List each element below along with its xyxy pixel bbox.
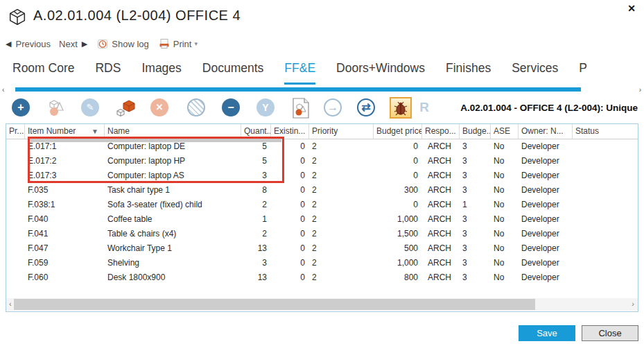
cell-budget-price: 1,500 (374, 227, 422, 241)
cell-quantity: 5 (241, 154, 271, 168)
cell-budget: 3 (460, 256, 491, 270)
tab-finishes[interactable]: Finishes (446, 61, 491, 85)
cell-responsible: ARCH (422, 198, 460, 212)
tab-doors-windows[interactable]: Doors+Windows (336, 61, 425, 85)
next-button[interactable]: Next ▶ (55, 39, 87, 49)
title-bar: A.02.01.004 (L2-004) OFFICE 4 ✕ (0, 0, 644, 32)
cell-existing: 0 (271, 198, 309, 212)
col-quantity[interactable]: Quant... (241, 124, 271, 139)
cell-priority: 2 (309, 154, 374, 168)
col-budget-price[interactable]: Budget price (374, 124, 422, 139)
table-row-f040[interactable]: F.040 Coffee table 1 0 2 1,000 ARCH 3 No… (6, 212, 638, 227)
cell-existing: 0 (271, 183, 309, 198)
tab-p-cutoff[interactable]: P (579, 61, 587, 85)
revit-r-icon[interactable]: R (416, 99, 433, 116)
cell-owner: Developer (519, 198, 573, 212)
cell-name: Sofa 3-seater (fixed) child (105, 198, 241, 212)
cell-ase: No (491, 212, 519, 227)
cell-existing: 0 (271, 241, 309, 256)
table-row-f035[interactable]: F.035 Task chair type 1 8 0 2 300 ARCH 3… (6, 183, 638, 198)
col-item-number[interactable]: Item Number▼ (25, 124, 105, 139)
cell-priority: 2 (309, 227, 374, 241)
table-row-f041[interactable]: F.041 Table & chairs (x4) 2 0 2 1,500 AR… (6, 227, 638, 241)
table-scrollbar-thumb[interactable] (14, 299, 535, 310)
edit-pencil-icon[interactable]: ✎ (81, 98, 99, 116)
tab-scroll-left-icon[interactable]: ‹ (2, 86, 4, 94)
col-ase[interactable]: ASE (491, 124, 519, 139)
cell-ase: No (491, 183, 519, 198)
cell-pr (6, 168, 25, 183)
disabled-hatched-icon[interactable] (187, 98, 205, 116)
forward-arrow-icon[interactable]: → (324, 98, 342, 116)
cell-name: Computer: laptop HP (105, 154, 241, 168)
cell-quantity: 3 (241, 256, 271, 270)
table-row-f060[interactable]: F.060 Desk 1800x900 13 0 2 800 ARCH 3 No… (6, 270, 638, 285)
cell-item-number: F.035 (25, 183, 105, 198)
close-icon[interactable]: ✕ (625, 1, 638, 15)
cell-budget-price: 1,000 (374, 212, 422, 227)
col-existing[interactable]: Existin... (271, 124, 309, 139)
remove-minus-icon[interactable]: − (222, 98, 240, 116)
cell-ase: No (491, 256, 519, 270)
col-priority[interactable]: Priority (309, 124, 374, 139)
col-status[interactable]: Status (573, 124, 638, 139)
cell-responsible: ARCH (422, 256, 460, 270)
print-button[interactable]: Print ▾ (149, 38, 198, 49)
tab-ffe[interactable]: FF&E (284, 61, 315, 85)
table-scroll-right-icon[interactable]: › (632, 300, 634, 308)
cell-name: Shelving (105, 256, 241, 270)
table-row-f047[interactable]: F.047 Workchair Type 1 13 0 2 500 ARCH 3… (6, 241, 638, 256)
row-selection-strip (31, 139, 281, 142)
tab-rds[interactable]: RDS (95, 61, 121, 85)
table-scroll-left-icon[interactable]: ‹ (9, 300, 12, 308)
tab-bar: Room Core RDS Images Documents FF&E Door… (12, 61, 644, 85)
tab-images[interactable]: Images (141, 61, 181, 85)
table-header-row: Pr... Item Number▼ Name Quant... Existin… (6, 124, 638, 139)
log-clock-icon (97, 38, 108, 49)
table-horizontal-scrollbar[interactable]: ‹ › (6, 298, 638, 311)
bug-icon (393, 100, 408, 116)
previous-button[interactable]: ◀ Previous (6, 39, 55, 49)
col-pr[interactable]: Pr... (6, 124, 25, 139)
cell-owner: Developer (519, 212, 573, 227)
col-budget[interactable]: Budge... (460, 124, 491, 139)
tab-scroll-right-icon[interactable]: › (639, 86, 641, 94)
close-button[interactable]: Close (582, 325, 638, 341)
cell-item-number: E.017:2 (25, 154, 105, 168)
tab-scrollbar-thumb[interactable] (15, 87, 581, 92)
save-button[interactable]: Save (519, 325, 575, 341)
col-name[interactable]: Name (105, 124, 241, 139)
cell-budget-price: 0 (374, 139, 422, 154)
cell-responsible: ARCH (422, 168, 460, 183)
cell-priority: 2 (309, 256, 374, 270)
table-row-e017-3[interactable]: E.017:3 Computer: laptop AS 3 0 2 0 ARCH… (6, 168, 638, 183)
next-arrow-icon: ▶ (82, 40, 87, 49)
geometry-shapes-icon[interactable] (44, 97, 67, 119)
tab-room-core[interactable]: Room Core (12, 61, 74, 85)
cell-status (573, 139, 638, 154)
add-item-button[interactable]: + (12, 98, 30, 116)
delete-x-icon[interactable]: ✕ (150, 98, 168, 116)
merge-y-icon[interactable]: Y (256, 98, 275, 116)
cell-ase: No (491, 270, 519, 285)
cell-ase: No (491, 139, 519, 154)
bug-filter-button-active[interactable] (390, 97, 412, 119)
tab-documents[interactable]: Documents (202, 61, 264, 85)
table-row-f038-1[interactable]: F.038:1 Sofa 3-seater (fixed) child 2 0 … (6, 198, 638, 212)
table-row-e017-2[interactable]: E.017:2 Computer: laptop HP 5 0 2 0 ARCH… (6, 154, 638, 168)
sync-arrows-icon[interactable]: ⇄ (357, 98, 375, 116)
col-owner[interactable]: Owner: N... (519, 124, 573, 139)
ffe-toolbar: + ✎ ✕ − Y → ⇄ (0, 95, 644, 123)
product-cube-icon[interactable] (114, 97, 137, 119)
show-log-button[interactable]: Show log (87, 38, 148, 49)
cell-responsible: ARCH (422, 227, 460, 241)
tab-scrollbar[interactable]: ‹ › (0, 86, 644, 94)
tab-services[interactable]: Services (512, 61, 558, 85)
cell-priority: 2 (309, 168, 374, 183)
table-row-f059[interactable]: F.059 Shelving 3 0 2 1,000 ARCH 3 No Dev… (6, 256, 638, 270)
cell-budget: 3 (460, 212, 491, 227)
cell-name: Workchair Type 1 (105, 241, 241, 256)
col-responsible[interactable]: Respo... (422, 124, 460, 139)
cell-ase: No (491, 198, 519, 212)
report-document-icon[interactable] (292, 97, 310, 119)
